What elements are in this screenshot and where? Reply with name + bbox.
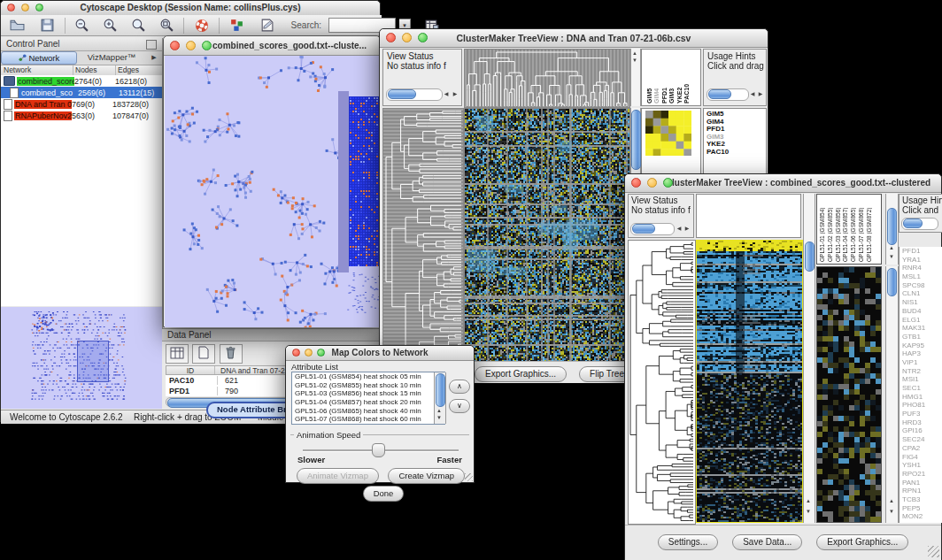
attribute-item[interactable]: GPL51-01 (GSM854) heat shock 05 min [292,372,444,381]
attribute-select-icon[interactable] [166,344,189,364]
gene-label[interactable]: SEC1 [902,384,942,393]
gene-label[interactable]: GTB1 [902,333,942,341]
resize-grip[interactable] [928,546,939,557]
tab-overflow-arrow[interactable]: ▶ [146,51,162,65]
gene-label[interactable]: VIP1 [902,358,942,367]
column-label[interactable]: GIM5 [646,52,652,104]
float-panel-icon[interactable] [146,40,157,50]
minimize-button[interactable] [647,178,657,188]
data-col-id[interactable]: ID [166,366,215,374]
gene-label[interactable]: HRD3 [902,418,942,427]
tv1-column-scroll-strip[interactable]: ▲ ▼ [630,49,641,106]
column-label[interactable]: GPL51-03 (GSM856) [835,196,841,262]
gene-label[interactable]: PUF3 [902,410,942,418]
animation-speed-slider-thumb[interactable] [372,443,385,457]
attribute-item[interactable]: GPL51-04 (GSM857) heat shock 20 min [292,398,444,407]
gene-label[interactable]: HMG1 [902,393,942,402]
tv2-submatrix-heatmap[interactable] [816,266,882,523]
tab-network[interactable]: Network [1,51,77,65]
usage-hints-hscrollbar[interactable] [901,218,938,230]
column-label[interactable]: GPL51-04 (GSM857) [842,196,848,262]
create-vizmap-button[interactable]: Create Vizmap [388,468,465,484]
minimize-button[interactable] [186,41,196,50]
new-attribute-icon[interactable] [192,344,215,364]
close-button[interactable] [386,33,396,42]
overview-viewport-rect[interactable] [77,341,109,382]
treeview-action-button[interactable]: Export Graphics... [816,534,908,550]
gene-label[interactable]: TCB3 [902,495,942,504]
column-label[interactable]: GPL51-07 (GSM868) [858,196,864,262]
gene-label[interactable]: MON2 [902,512,942,521]
column-label[interactable]: PAC10 [683,52,690,104]
minimize-button[interactable] [402,33,412,42]
animate-vizmap-button[interactable]: Animate Vizmap [297,468,379,484]
save-icon[interactable] [40,18,55,33]
attribute-item[interactable]: GPL51-07 (GSM868) heat shock 60 min [292,415,444,424]
gene-label[interactable]: PFD1 [902,247,942,256]
tv1-row-dendrogram[interactable] [382,108,464,363]
dialog-titlebar[interactable]: Map Colors to Network [286,346,474,361]
gene-label[interactable]: PEP5 [902,504,942,513]
column-label[interactable]: GPL51-01 (GSM854) [819,196,825,262]
zoom-button[interactable] [202,41,212,50]
scroll-right-arrow[interactable]: ▶ [451,91,459,97]
gene-label[interactable]: CPA2 [902,444,942,453]
gene-label[interactable]: NIS1 [902,298,942,307]
col-nodes[interactable]: Nodes [73,65,116,75]
open-icon[interactable] [10,18,25,33]
column-label[interactable]: GIM4 [653,52,660,104]
gene-label[interactable]: MSI1 [902,375,942,384]
network-view-titlebar[interactable]: combined_scores_good.txt--cluste... [164,36,380,56]
gene-label[interactable]: YSH1 [902,461,942,470]
gene-label[interactable]: PAC10 [706,149,766,157]
attribute-list-vscrollbar[interactable]: ▲ ▼ [434,372,446,424]
column-label[interactable]: GPL51-08 (GSM872) [866,196,872,262]
attribute-list[interactable]: GPL51-01 (GSM854) heat shock 05 minGPL51… [291,372,445,425]
tv1-submatrix-heatmap[interactable] [645,111,691,156]
gene-label[interactable]: YRA1 [902,256,942,265]
network-row[interactable]: combined_scores 2764(0) 16218(0) [1,75,162,87]
gene-label[interactable]: RPN1 [902,487,942,495]
zoom-button[interactable] [418,33,428,42]
gene-label[interactable]: RPO21 [902,470,942,479]
tv1-heatmap[interactable] [464,108,630,363]
gene-label[interactable]: ELG1 [902,316,942,325]
main-titlebar[interactable]: Cytoscape Desktop (Session Name: collins… [1,1,380,16]
vizmapper-icon[interactable] [229,18,244,33]
column-label[interactable]: GIM3 [668,52,675,104]
minimize-button[interactable] [21,4,29,12]
usage-hints-hscrollbar[interactable] [706,88,749,101]
close-button[interactable] [631,178,641,188]
gene-label[interactable]: KAP95 [902,341,942,350]
gene-label[interactable]: GPI16 [902,426,942,435]
minimize-button[interactable] [305,349,313,357]
zoom-button[interactable] [663,178,673,188]
gene-label[interactable]: BUD4 [902,307,942,316]
gene-label[interactable]: SEC24 [902,435,942,444]
tv2-column-tree-area[interactable] [696,194,801,238]
treeview-action-button[interactable]: Save Data... [732,534,802,550]
move-attribute-up-button[interactable]: ∧ [449,380,470,394]
gene-label[interactable]: PAN1 [902,479,942,487]
gene-label[interactable]: MSL1 [902,272,942,281]
resize-grip[interactable] [465,473,473,481]
network-row[interactable]: RNAPuberNov2+| 563(0) 107847(0) [1,110,162,121]
column-label[interactable]: GPL51-06 (GSM865) [850,196,856,262]
gene-label[interactable]: NTR2 [902,367,942,376]
network-row[interactable]: DNA and Tran 07 769(0) 183728(0) [1,98,162,110]
attribute-item[interactable]: GPL51-03 (GSM856) heat shock 15 min [292,389,444,398]
treeview-action-button[interactable]: Settings... [658,534,718,550]
close-button[interactable] [7,4,15,12]
treeview1-titlebar[interactable]: ClusterMaker TreeView : DNA and Tran 07-… [380,29,768,48]
help-icon[interactable] [194,18,210,34]
annotation-icon[interactable] [259,18,274,33]
zoom-button[interactable] [35,4,43,12]
tv2-genes-vscrollbar[interactable]: ▲ ▼ [885,266,899,523]
tv2-labels-vscrollbar[interactable]: ▲ ▼ [885,194,899,265]
gene-label[interactable]: MAK31 [902,324,942,333]
column-label[interactable]: YKE2 [676,52,683,104]
column-label[interactable]: GPL51-02 (GSM855) [827,196,833,262]
move-attribute-down-button[interactable]: ∨ [449,399,470,413]
network-overview-panel[interactable] [1,307,162,409]
tv1-column-dendrogram[interactable] [464,49,630,108]
